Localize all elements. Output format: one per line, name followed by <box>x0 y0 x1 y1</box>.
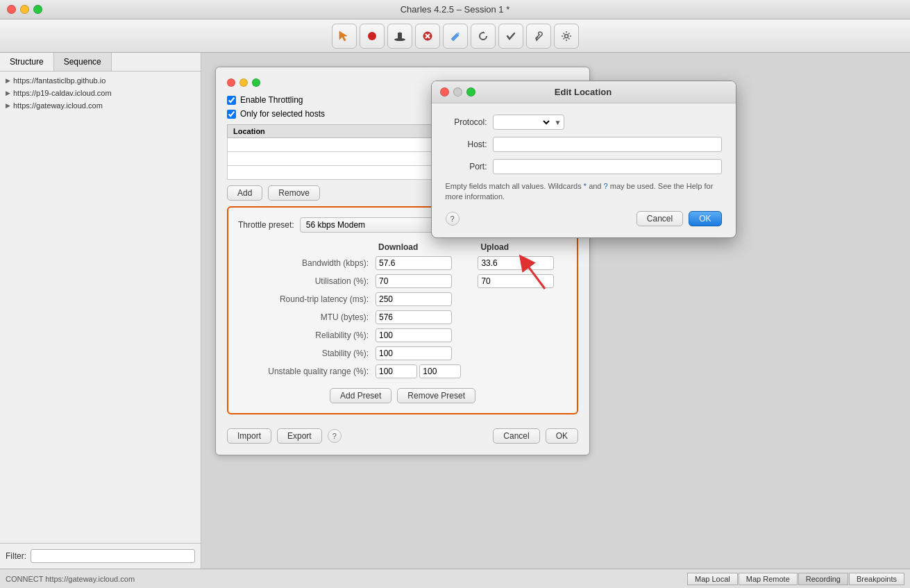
pencil-btn[interactable] <box>443 24 468 49</box>
map-remote-btn[interactable]: Map Remote <box>739 573 798 585</box>
protocol-dropdown-arrow: ▼ <box>555 119 562 126</box>
svg-marker-8 <box>483 31 485 33</box>
content-area: Enable Throttling Only for selected host… <box>201 53 910 569</box>
sidebar-filter: Filter: <box>0 543 201 569</box>
dialog-ok-btn[interactable]: OK <box>689 211 721 226</box>
dialog-buttons: ? Cancel OK <box>446 211 722 226</box>
title-bar: Charles 4.2.5 – Session 1 * <box>0 0 910 19</box>
filter-input[interactable] <box>31 549 195 563</box>
recording-btn[interactable]: Recording <box>798 573 848 585</box>
port-input[interactable] <box>493 159 722 174</box>
list-item[interactable]: ▶ https://p19-caldav.icloud.com <box>0 87 201 99</box>
sidebar-url-2: https://p19-caldav.icloud.com <box>13 89 112 97</box>
title-bar-buttons <box>7 5 42 14</box>
dialog-content: Protocol: HTTP HTTPS ▼ Host: <box>432 103 736 237</box>
breakpoints-btn[interactable]: Breakpoints <box>849 573 904 585</box>
refresh-btn[interactable] <box>471 24 496 49</box>
dialog-title-bar: Edit Location <box>432 81 736 103</box>
host-field: Host: <box>446 137 722 152</box>
host-input[interactable] <box>493 137 722 152</box>
list-item[interactable]: ▶ https://fantasticlbp.github.io <box>0 74 201 87</box>
main-area: Structure Sequence ▶ https://fantasticlb… <box>0 53 910 569</box>
toolbar <box>0 19 910 53</box>
close-btn[interactable] <box>7 5 16 14</box>
status-bar: CONNECT https://gateway.icloud.com Map L… <box>0 569 910 588</box>
expand-arrow: ▶ <box>6 102 10 109</box>
svg-marker-0 <box>339 31 347 41</box>
host-label: Host: <box>446 140 487 149</box>
port-label: Port: <box>446 162 487 171</box>
minimize-btn[interactable] <box>20 5 29 14</box>
map-local-btn[interactable]: Map Local <box>687 573 738 585</box>
protocol-select-wrapper: HTTP HTTPS ▼ <box>493 115 565 130</box>
sidebar-items: ▶ https://fantasticlbp.github.io ▶ https… <box>0 72 201 543</box>
sidebar-url-1: https://fantasticlbp.github.io <box>13 76 106 85</box>
arrow-tool-btn[interactable] <box>332 24 357 49</box>
expand-arrow: ▶ <box>6 77 10 84</box>
hat-btn[interactable] <box>387 24 412 49</box>
window-title: Charles 4.2.5 – Session 1 * <box>401 4 510 15</box>
svg-point-10 <box>564 34 568 37</box>
expand-arrow: ▶ <box>6 90 10 96</box>
dialog-buttons-right: Cancel OK <box>637 211 722 226</box>
wildcard-star: * <box>584 182 587 190</box>
protocol-label: Protocol: <box>446 117 487 127</box>
sidebar: Structure Sequence ▶ https://fantasticlb… <box>0 53 201 569</box>
maximize-btn[interactable] <box>33 5 42 14</box>
dialog-cancel-btn[interactable]: Cancel <box>637 211 683 226</box>
tab-sequence[interactable]: Sequence <box>54 53 112 71</box>
dialog-help-btn[interactable]: ? <box>446 212 460 226</box>
edit-location-dialog: Edit Location Protocol: HTTP HTTPS ▼ <box>431 81 736 238</box>
wildcard-question: ? <box>604 182 608 190</box>
tab-structure[interactable]: Structure <box>0 53 54 71</box>
dialog-title: Edit Location <box>439 87 727 97</box>
sidebar-tabs: Structure Sequence <box>0 53 201 72</box>
sidebar-url-3: https://gateway.icloud.com <box>13 101 103 110</box>
filter-label: Filter: <box>6 551 26 561</box>
stop-btn[interactable] <box>415 24 440 49</box>
protocol-select[interactable]: HTTP HTTPS <box>496 117 552 128</box>
svg-point-4 <box>398 32 402 34</box>
port-field: Port: <box>446 159 722 174</box>
protocol-field: Protocol: HTTP HTTPS ▼ <box>446 115 722 130</box>
tools-btn[interactable] <box>526 24 551 49</box>
dialog-overlay: Edit Location Protocol: HTTP HTTPS ▼ <box>201 53 910 569</box>
check-btn[interactable] <box>498 24 523 49</box>
dialog-help-text: Empty fields match all values. Wildcards… <box>446 181 722 203</box>
svg-point-1 <box>368 32 376 40</box>
settings-btn[interactable] <box>554 24 579 49</box>
status-connection-text: CONNECT https://gateway.icloud.com <box>6 575 135 583</box>
list-item[interactable]: ▶ https://gateway.icloud.com <box>0 99 201 112</box>
status-buttons: Map Local Map Remote Recording Breakpoin… <box>687 573 904 585</box>
record-btn[interactable] <box>360 24 385 49</box>
